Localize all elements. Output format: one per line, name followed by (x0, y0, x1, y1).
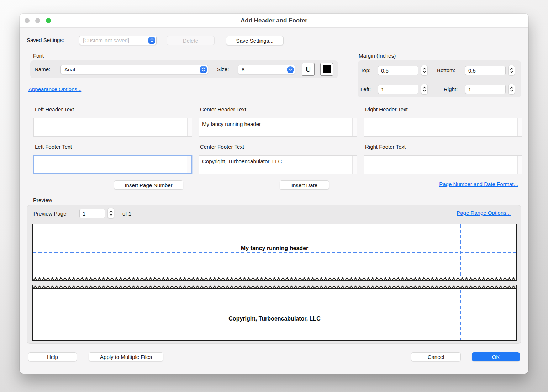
font-size-combobox[interactable]: 8 (238, 65, 295, 74)
font-name-dropdown[interactable]: Arial (60, 65, 208, 74)
center-header-label: Center Header Text (200, 106, 246, 112)
chevron-down-icon (287, 66, 294, 73)
underline-button[interactable]: U (302, 63, 315, 76)
margin-bottom-label: Bottom: (437, 67, 455, 73)
insert-date-button[interactable]: Insert Date (280, 180, 329, 190)
add-header-footer-dialog: Add Header and Footer Saved Settings: [C… (20, 14, 528, 374)
apply-to-multiple-files-button[interactable]: Apply to Multiple Files (89, 352, 163, 361)
margin-bottom-stepper[interactable] (508, 65, 515, 75)
left-footer-textarea[interactable] (33, 155, 192, 174)
preview-page-header-section: My fancy running header (32, 224, 517, 281)
preview-panel: Preview Page of 1 Page Range Options... … (27, 205, 521, 344)
center-footer-textarea[interactable]: Copyright, Turboencabulator, LLC (199, 155, 357, 174)
margin-group-label: Margin (Inches) (359, 53, 396, 59)
margin-right-label: Right: (444, 86, 458, 92)
torn-edge-zigzag (33, 285, 516, 290)
center-header-textarea[interactable]: My fancy running header (199, 118, 357, 137)
title-bar: Add Header and Footer (20, 14, 528, 28)
preview-page-label: Preview Page (33, 211, 67, 217)
font-name-value: Arial (64, 67, 200, 73)
font-color-swatch (323, 65, 331, 73)
chevron-up-down-icon (200, 66, 207, 73)
preview-footer-text: Copyright, Turboencabulator, LLC (33, 315, 516, 322)
preview-page-count-label: of 1 (122, 211, 131, 217)
help-button[interactable]: Help (28, 352, 77, 361)
page-range-options-link[interactable]: Page Range Options... (457, 210, 511, 216)
ok-button[interactable]: OK (472, 352, 520, 361)
center-footer-label: Center Footer Text (200, 144, 244, 150)
font-size-value: 8 (242, 67, 287, 73)
font-group-label: Font (33, 53, 44, 59)
margin-bottom-input[interactable] (465, 66, 506, 75)
margin-top-label: Top: (360, 67, 375, 73)
font-size-label: Size: (217, 66, 229, 72)
insert-page-number-button[interactable]: Insert Page Number (114, 180, 183, 190)
margin-left-input[interactable] (378, 85, 418, 94)
preview-page-input[interactable] (79, 209, 105, 218)
preview-group-label: Preview (33, 197, 52, 203)
margin-left-stepper[interactable] (421, 84, 428, 94)
preview-page-stepper[interactable] (107, 208, 114, 218)
bottom-margin-guide (33, 314, 516, 314)
page-number-date-format-link[interactable]: Page Number and Date Format... (439, 181, 518, 187)
delete-button[interactable]: Delete (167, 36, 215, 45)
saved-settings-dropdown[interactable]: [Custom-not saved] (79, 36, 157, 45)
appearance-options-link[interactable]: Appearance Options... (28, 86, 81, 92)
torn-edge-zigzag (33, 277, 516, 281)
font-panel: Name: Arial Size: 8 U (30, 60, 338, 78)
left-header-label: Left Header Text (35, 106, 74, 112)
margin-top-input[interactable] (378, 66, 418, 75)
left-margin-guide (89, 290, 89, 340)
saved-settings-label: Saved Settings: (27, 37, 64, 43)
top-margin-guide (33, 252, 516, 253)
chevron-up-down-icon (148, 37, 155, 44)
margin-top-stepper[interactable] (421, 65, 428, 75)
save-settings-button[interactable]: Save Settings... (226, 36, 284, 45)
preview-page-footer-section: Copyright, Turboencabulator, LLC (32, 285, 517, 341)
cancel-button[interactable]: Cancel (411, 352, 461, 361)
right-footer-label: Right Footer Text (365, 144, 406, 150)
right-header-textarea[interactable] (364, 118, 522, 137)
preview-header-text: My fancy running header (33, 245, 516, 252)
margin-left-label: Left: (360, 86, 371, 92)
right-margin-guide (460, 290, 461, 340)
margin-right-stepper[interactable] (508, 84, 515, 94)
margin-right-input[interactable] (465, 85, 506, 94)
left-footer-label: Left Footer Text (35, 144, 72, 150)
dialog-title: Add Header and Footer (20, 14, 528, 28)
right-header-label: Right Header Text (365, 106, 408, 112)
font-color-button[interactable] (320, 63, 333, 76)
font-name-label: Name: (35, 66, 50, 72)
right-footer-textarea[interactable] (364, 155, 522, 174)
saved-settings-value: [Custom-not saved] (83, 37, 148, 43)
margin-panel: Top: Bottom: Left: Right: (358, 60, 521, 97)
left-header-textarea[interactable] (33, 118, 192, 137)
